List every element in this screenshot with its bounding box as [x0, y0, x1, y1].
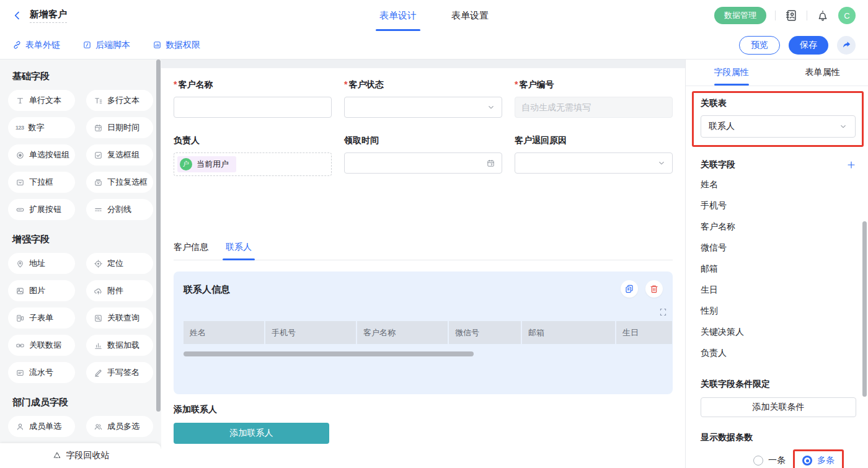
delete-button[interactable]: [645, 280, 663, 298]
save-button[interactable]: 保存: [789, 36, 828, 55]
field-type-divider[interactable]: 分割线: [86, 199, 153, 220]
properties-panel: 字段属性 表单属性 关联表 联系人 关联字段 姓名 手机号 客户名称 微信号 邮…: [685, 60, 868, 468]
related-table-select[interactable]: 联系人: [701, 115, 856, 138]
field-type-select[interactable]: 下拉框: [8, 172, 75, 193]
display-count-label: 显示数据条数: [701, 432, 856, 443]
tab-form-design[interactable]: 表单设计: [379, 0, 417, 31]
claim-time-datepicker[interactable]: [344, 152, 502, 174]
owner-field[interactable]: 户 当前用户: [174, 152, 332, 176]
section-title-member: 部门成员字段: [12, 397, 153, 408]
field-type-attachment[interactable]: 附件: [86, 280, 153, 301]
subform-horizontal-scrollbar[interactable]: [184, 351, 474, 356]
field-type-data-load[interactable]: 数据加载: [86, 335, 153, 356]
related-field-item[interactable]: 邮箱: [701, 258, 856, 280]
copy-button[interactable]: [621, 280, 638, 298]
field-type-member-multi[interactable]: 成员多选: [86, 416, 153, 437]
backend-script-link[interactable]: 后端脚本: [82, 40, 130, 51]
field-type-address[interactable]: 地址: [8, 253, 75, 274]
add-condition-button[interactable]: 添加关联条件: [701, 397, 856, 417]
form-canvas-area: *客户名称 *客户状态 *客户编号 负责人: [161, 60, 685, 468]
field-type-related-query[interactable]: 关联查询: [86, 307, 153, 329]
contacts-book-icon[interactable]: [784, 9, 798, 22]
divider: [807, 11, 807, 20]
column-header[interactable]: 手机号: [265, 321, 356, 344]
field-type-image[interactable]: 图片: [8, 280, 75, 301]
column-header[interactable]: 客户名称: [357, 321, 448, 344]
field-type-locate[interactable]: 定位: [86, 253, 153, 274]
multi-text-icon: [94, 96, 103, 105]
contact-subform-panel[interactable]: 联系人信息 姓名 手机号 客户名称 微信号 邮箱 生日: [174, 272, 673, 394]
form-external-link[interactable]: 表单外链: [12, 40, 60, 51]
link-icon-label: 表单外链: [25, 40, 60, 51]
required-mark: *: [344, 79, 347, 89]
notification-bell-icon[interactable]: [816, 9, 830, 22]
field-type-subform[interactable]: 子表单: [8, 307, 75, 329]
recycle-icon: [52, 451, 62, 461]
subform-title: 联系人信息: [184, 284, 230, 296]
column-header[interactable]: 姓名: [184, 321, 264, 344]
field-type-number[interactable]: 123数字: [8, 117, 75, 138]
preview-button[interactable]: 预览: [739, 36, 780, 55]
share-button[interactable]: [837, 36, 856, 55]
field-type-related-data[interactable]: 关联数据: [8, 335, 75, 356]
related-field-item[interactable]: 关键决策人: [701, 322, 856, 343]
serial-icon: [16, 368, 25, 377]
radio-option-single[interactable]: 一条: [753, 455, 786, 466]
field-type-signature[interactable]: 手写签名: [86, 362, 153, 383]
field-type-member-single[interactable]: 成员单选: [8, 416, 75, 437]
field-type-serial[interactable]: 流水号: [8, 362, 75, 383]
add-contact-button[interactable]: 添加联系人: [174, 423, 329, 444]
section-title-enhanced: 增强字段: [12, 234, 153, 245]
chevron-down-icon: [487, 103, 495, 112]
tab-field-properties[interactable]: 字段属性: [686, 60, 777, 86]
column-header[interactable]: 邮箱: [522, 321, 615, 344]
customer-name-input[interactable]: [174, 97, 332, 118]
data-permission-link[interactable]: 数据权限: [153, 40, 200, 51]
related-query-icon: [94, 314, 103, 323]
field-customer-no: *客户编号: [515, 79, 673, 118]
add-field-plus-icon[interactable]: [846, 160, 856, 170]
customer-status-select[interactable]: [344, 97, 502, 118]
field-type-single-text[interactable]: 单行文本: [8, 90, 75, 111]
radio-group-icon: [16, 151, 25, 160]
customer-no-input[interactable]: [515, 97, 673, 118]
tab-form-settings[interactable]: 表单设置: [451, 0, 489, 31]
radio-selected-icon: [802, 456, 812, 466]
return-reason-select[interactable]: [515, 152, 673, 174]
related-field-item[interactable]: 客户名称: [701, 216, 856, 237]
field-type-radio-group[interactable]: 单选按钮组: [8, 144, 75, 166]
field-type-datetime[interactable]: 日期时间: [86, 117, 153, 138]
related-field-item[interactable]: 手机号: [701, 195, 856, 216]
field-type-multi-select[interactable]: 下拉复选框: [86, 172, 153, 193]
avatar[interactable]: C: [838, 7, 856, 24]
required-mark: *: [515, 79, 518, 89]
form-canvas: *客户名称 *客户状态 *客户编号 负责人: [161, 68, 685, 468]
field-type-extend-button[interactable]: 扩展按钮: [8, 199, 75, 220]
field-type-checkbox-group[interactable]: 复选框组: [86, 144, 153, 166]
radio-option-multi[interactable]: 多条: [802, 455, 835, 466]
form-designer-app: 新增客户 表单设计 表单设置 数据管理 C 表单外链 后端脚本 数据权限: [0, 0, 868, 468]
column-header[interactable]: 生日: [616, 321, 672, 344]
tab-form-properties[interactable]: 表单属性: [777, 60, 868, 86]
related-field-item[interactable]: 生日: [701, 280, 856, 301]
related-field-item[interactable]: 负责人: [701, 343, 856, 364]
tab-contacts[interactable]: 联系人: [226, 242, 252, 260]
data-manage-button[interactable]: 数据管理: [714, 7, 766, 24]
page-scrollbar[interactable]: [862, 221, 867, 397]
sidebar-scrollbar[interactable]: [156, 60, 161, 412]
related-table-label: 关联表: [701, 98, 856, 109]
column-header[interactable]: 微信号: [449, 321, 521, 344]
number-icon: 123: [16, 125, 24, 131]
field-recycle-bin[interactable]: 字段回收站: [0, 443, 161, 468]
related-field-item[interactable]: 微信号: [701, 237, 856, 258]
back-icon[interactable]: [12, 11, 22, 20]
related-field-item[interactable]: 姓名: [701, 174, 856, 195]
page-title[interactable]: 新增客户: [30, 9, 67, 23]
tab-customer-info[interactable]: 客户信息: [174, 242, 208, 260]
toolbar-right: 预览 保存: [739, 36, 856, 55]
header-right: 数据管理 C: [714, 7, 856, 24]
related-field-item[interactable]: 性别: [701, 301, 856, 322]
field-type-multi-text[interactable]: 多行文本: [86, 90, 153, 111]
user-avatar: 户: [180, 158, 192, 170]
select-icon: [16, 178, 25, 187]
